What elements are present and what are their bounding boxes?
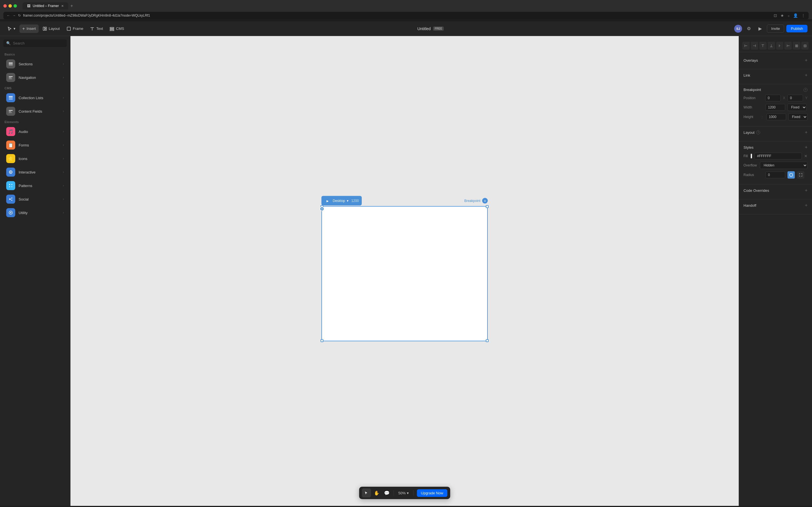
svg-rect-6: [110, 30, 114, 31]
width-mode-select[interactable]: Fixed Fill Fit: [788, 104, 807, 111]
align-bottom-button[interactable]: ⊢: [784, 42, 792, 50]
interactive-item[interactable]: Interactive ›: [2, 165, 68, 179]
device-selector[interactable]: ▶ Desktop ▾ 1200: [321, 196, 362, 206]
minimize-traffic-light[interactable]: [8, 4, 12, 8]
comment-tool[interactable]: 💬: [382, 489, 391, 497]
align-right-button[interactable]: ⊤: [759, 42, 767, 50]
add-breakpoint-button[interactable]: +: [482, 198, 488, 204]
align-top-button[interactable]: ⊥: [768, 42, 775, 50]
link-add-icon[interactable]: +: [805, 73, 808, 78]
url-display[interactable]: framer.com/projects/Untitled--mZ98oDWaPJ…: [23, 13, 771, 17]
navigation-item[interactable]: Navigation ›: [2, 71, 68, 84]
selector-tool[interactable]: ▾: [4, 25, 18, 33]
align-center-h-button[interactable]: ⊣: [751, 42, 758, 50]
frame-add-button[interactable]: +: [320, 207, 324, 211]
code-overrides-add-icon[interactable]: +: [805, 188, 808, 193]
hand-tool[interactable]: ✋: [372, 489, 381, 497]
corner-all-button[interactable]: [788, 171, 795, 179]
collection-lists-item[interactable]: Collection Lists ›: [2, 91, 68, 105]
patterns-label: Patterns: [18, 184, 63, 188]
content-fields-item[interactable]: Content Fields ›: [2, 105, 68, 118]
width-input[interactable]: [765, 104, 785, 111]
pointer-tool[interactable]: [362, 489, 371, 497]
extensions-icon[interactable]: ⬦: [788, 13, 790, 18]
fill-row: Fill ✕: [744, 153, 808, 159]
cast-icon[interactable]: ⊡: [774, 13, 777, 18]
overflow-select[interactable]: Hidden Visible Scroll: [760, 162, 808, 169]
layout-button[interactable]: Layout: [40, 25, 63, 33]
active-tab[interactable]: 🖼 Untitled – Framer ✕: [22, 2, 68, 10]
cms-button[interactable]: CMS: [107, 25, 127, 33]
utility-item[interactable]: Utility ›: [2, 206, 68, 219]
menu-icon[interactable]: ⋮: [801, 13, 805, 18]
icons-item[interactable]: ⭐ Icons ›: [2, 152, 68, 165]
bookmark-icon[interactable]: ★: [780, 13, 784, 18]
frame-handle-top-right[interactable]: [486, 205, 489, 208]
nav-refresh-icon[interactable]: ↻: [18, 13, 21, 17]
maximize-traffic-light[interactable]: [13, 4, 17, 8]
height-mode-select[interactable]: Fixed Fill Fit: [788, 113, 808, 121]
breakpoint-section-title: Breakpoint: [744, 88, 761, 92]
user-avatar[interactable]: SJ: [734, 25, 742, 33]
layout-add-icon[interactable]: +: [805, 130, 808, 135]
patterns-item[interactable]: Patterns ›: [2, 179, 68, 192]
upgrade-button[interactable]: Upgrade Now: [417, 489, 448, 497]
fill-remove-icon[interactable]: ✕: [804, 154, 808, 158]
overlays-add-icon[interactable]: +: [805, 58, 808, 63]
utility-chevron-icon: ›: [63, 211, 64, 215]
handoff-add-icon[interactable]: +: [805, 203, 808, 208]
search-bar[interactable]: 🔍 Search: [3, 40, 67, 47]
handoff-section: Handoff +: [739, 200, 812, 214]
nav-forward-icon[interactable]: →: [12, 13, 16, 17]
position-x-input[interactable]: [765, 95, 781, 101]
tab-close-icon[interactable]: ✕: [61, 4, 64, 8]
icons-chevron-icon: ›: [63, 157, 64, 161]
radius-input[interactable]: [765, 172, 785, 178]
fill-color-swatch[interactable]: [751, 154, 752, 159]
close-traffic-light[interactable]: [3, 4, 7, 8]
toolbar-divider: [394, 490, 394, 496]
nav-back-icon[interactable]: ←: [7, 13, 10, 17]
sections-item[interactable]: Sections ›: [2, 57, 68, 71]
fill-value-input[interactable]: [755, 153, 802, 159]
frame-button[interactable]: Frame: [64, 25, 86, 33]
svg-point-20: [9, 184, 10, 185]
navigation-chevron-icon: ›: [63, 75, 64, 79]
forms-item[interactable]: 📋 Forms ›: [2, 138, 68, 152]
navigation-label: Navigation: [18, 75, 63, 80]
insert-button[interactable]: + Insert: [19, 24, 39, 33]
svg-rect-11: [9, 78, 12, 79]
utility-icon: [6, 208, 15, 217]
svg-rect-8: [9, 64, 13, 65]
layout-title: Layout: [744, 130, 755, 135]
canvas-area[interactable]: ▶ Desktop ▾ 1200 Breakpoint +: [70, 36, 739, 506]
canvas-frame[interactable]: +: [321, 206, 488, 341]
project-name[interactable]: Untitled: [417, 26, 430, 31]
distribute-h-button[interactable]: ⊞: [793, 42, 800, 50]
profile-icon[interactable]: 👤: [793, 13, 798, 18]
forms-label: Forms: [18, 143, 63, 147]
audio-item[interactable]: 🎵 Audio ›: [2, 125, 68, 138]
distribute-v-button[interactable]: ⊟: [801, 42, 809, 50]
social-item[interactable]: Social ›: [2, 192, 68, 206]
settings-button[interactable]: ⚙: [744, 24, 753, 33]
align-left-button[interactable]: ⊢: [742, 42, 750, 50]
icons-icon: ⭐: [6, 154, 15, 163]
preview-button[interactable]: ▶: [756, 24, 765, 33]
zoom-control[interactable]: 50% ▾: [396, 490, 411, 496]
toolbar-divider-2: [413, 490, 414, 496]
canvas-frame-wrapper: ▶ Desktop ▾ 1200 Breakpoint +: [321, 206, 488, 341]
publish-button[interactable]: Publish: [786, 25, 808, 33]
height-input[interactable]: [766, 114, 786, 120]
align-center-v-button[interactable]: ⊦: [776, 42, 783, 50]
styles-add-icon[interactable]: +: [805, 145, 808, 150]
new-tab-button[interactable]: +: [70, 3, 73, 8]
corner-individual-button[interactable]: [797, 171, 804, 179]
svg-rect-4: [110, 27, 114, 28]
frame-handle-bottom-right[interactable]: [486, 339, 489, 342]
styles-header: Styles +: [744, 145, 808, 150]
position-y-input[interactable]: [788, 95, 803, 101]
frame-handle-bottom-left[interactable]: [320, 339, 323, 342]
text-button[interactable]: Text: [87, 25, 106, 33]
invite-button[interactable]: Invite: [767, 24, 784, 33]
